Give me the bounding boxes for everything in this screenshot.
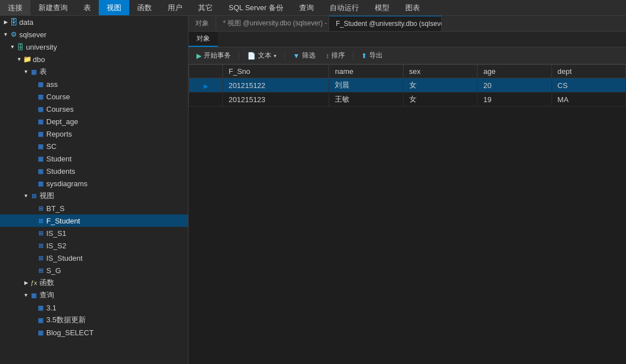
cell-sex-0: 女 <box>403 78 477 93</box>
tree-label-sysdiagrams: sysdiagrams <box>46 179 87 188</box>
tree-item-s_g[interactable]: ⊞S_G <box>0 264 188 277</box>
begin-tx-button[interactable]: ▶开始事务 <box>192 49 235 62</box>
tree-item-queries-node[interactable]: ▼▦查询 <box>0 289 188 301</box>
menu-item-自动运行[interactable]: 自动运行 <box>322 0 367 15</box>
tree-item-f_student[interactable]: ⊞F_Student <box>0 214 188 227</box>
menu-item-表[interactable]: 表 <box>76 0 99 15</box>
toolbar-sep-1 <box>239 51 239 61</box>
tree-item-tables-node[interactable]: ▼▦表 <box>0 65 188 78</box>
col-header-F_Sno: F_Sno <box>223 65 329 78</box>
tree-item-q35[interactable]: ▦3.5数据更新 <box>0 314 188 326</box>
menu-bar: 连接新建查询表视图函数用户其它SQL Server 备份查询自动运行模型图表 <box>0 0 626 16</box>
text-button[interactable]: 📄文本▾ <box>243 49 281 62</box>
col-header-dept: dept <box>551 65 625 78</box>
tree-arrow-sqlsever[interactable]: ▼ <box>2 32 9 37</box>
menu-item-查询[interactable]: 查询 <box>291 0 322 15</box>
col-header-arrow <box>189 65 223 78</box>
tree-item-sqlsever[interactable]: ▼⚙sqlsever <box>0 28 188 41</box>
menu-item-图表[interactable]: 图表 <box>397 0 428 15</box>
toolbar-sep-2 <box>284 51 285 61</box>
tree-icon-student: ▦ <box>36 154 45 163</box>
tab-object[interactable]: 对象 <box>189 32 218 47</box>
tree-icon-courses: ▦ <box>36 104 45 113</box>
row-arrow-0: ▶ <box>189 78 223 93</box>
tree-icon-reports: ▦ <box>36 129 45 138</box>
tree-item-bt_s[interactable]: ⊞BT_S <box>0 202 188 214</box>
sort-button[interactable]: ↕排序 <box>321 49 349 62</box>
tree-arrow-data[interactable]: ▶ <box>2 19 9 25</box>
cell-F_Sno-1: 201215123 <box>223 93 329 107</box>
tree-item-dbo[interactable]: ▼📁dbo <box>0 53 188 65</box>
tree-item-blog[interactable]: ▦Blog_SELECT <box>0 326 188 339</box>
tree-item-sysdiagrams[interactable]: ▦sysdiagrams <box>0 177 188 190</box>
menu-item-新建查询[interactable]: 新建查询 <box>30 0 76 15</box>
cell-dept-0: CS <box>551 78 625 93</box>
tree-label-sqlsever: sqlsever <box>19 30 46 39</box>
tree-item-reports[interactable]: ▦Reports <box>0 128 188 140</box>
content-tab-对象[interactable]: 对象 <box>189 16 216 31</box>
filter-button[interactable]: ▼筛选 <box>288 49 320 62</box>
tree-label-students: Students <box>46 167 75 176</box>
tree-label-f_student: F_Student <box>46 217 80 225</box>
col-header-name: name <box>329 65 403 78</box>
content-area: 对象* 视图 @university.dbo (sqlsever) - ...F… <box>189 16 626 364</box>
row-arrow-1 <box>189 93 223 107</box>
tree-icon-q35: ▦ <box>36 315 45 324</box>
tree-icon-university: 🗄 <box>16 42 25 51</box>
table-row[interactable]: 201215123王敏女19MA <box>189 93 626 107</box>
tree-item-sc[interactable]: ▦SC <box>0 140 188 152</box>
tree-item-data[interactable]: ▶🗄data <box>0 16 188 28</box>
cell-age-1: 19 <box>478 93 551 107</box>
cell-name-0: 刘晨 <box>329 78 403 93</box>
object-tab-bar: 对象 <box>189 32 626 47</box>
tree-icon-dept_age: ▦ <box>36 117 45 126</box>
tree-icon-blog: ▦ <box>36 328 45 337</box>
tree-item-is_s1[interactable]: ⊞IS_S1 <box>0 227 188 239</box>
export-button[interactable]: ⬆导出 <box>357 49 387 62</box>
table-header-row: F_Snonamesexagedept <box>189 65 626 78</box>
tree-arrow-university[interactable]: ▼ <box>9 44 16 50</box>
menu-item-SQL Server 备份[interactable]: SQL Server 备份 <box>221 0 291 15</box>
tree-item-student[interactable]: ▦Student <box>0 152 188 165</box>
tree-item-courses[interactable]: ▦Courses <box>0 103 188 115</box>
tree-label-blog: Blog_SELECT <box>46 328 94 337</box>
table-row[interactable]: ▶201215122刘晨女20CS <box>189 78 626 93</box>
menu-item-函数[interactable]: 函数 <box>129 0 160 15</box>
tree-item-ass[interactable]: ▦ass <box>0 78 188 90</box>
tree-icon-ass: ▦ <box>36 80 45 89</box>
play-icon: ▶ <box>196 52 202 60</box>
menu-item-模型[interactable]: 模型 <box>367 0 397 15</box>
tree-icon-funcs-node: ƒx <box>29 278 38 287</box>
tree-arrow-queries-node[interactable]: ▼ <box>23 292 29 298</box>
filter-icon: ▼ <box>293 52 300 60</box>
tree-item-is_s2[interactable]: ⊞IS_S2 <box>0 239 188 252</box>
tree-label-dept_age: Dept_age <box>46 117 78 126</box>
content-tab-F_Student-@universit[interactable]: F_Student @university.dbo (sqlsever... <box>329 16 442 31</box>
menu-item-视图[interactable]: 视图 <box>99 0 129 15</box>
tree-label-views-node: 视图 <box>40 191 54 201</box>
tree-label-is_student: IS_Student <box>46 254 82 262</box>
tree-arrow-views-node[interactable]: ▼ <box>23 193 29 199</box>
data-grid: F_Snonamesexagedept ▶201215122刘晨女20CS201… <box>189 64 626 364</box>
tree-item-dept_age[interactable]: ▦Dept_age <box>0 115 188 128</box>
menu-item-用户[interactable]: 用户 <box>160 0 190 15</box>
tree-label-is_s2: IS_S2 <box>46 242 66 250</box>
tree-item-course[interactable]: ▦Course <box>0 90 188 103</box>
tree-item-students[interactable]: ▦Students <box>0 165 188 177</box>
cell-F_Sno-0: 201215122 <box>223 78 329 93</box>
tree-arrow-funcs-node[interactable]: ▶ <box>23 280 29 286</box>
tree-item-is_student[interactable]: ⊞IS_Student <box>0 252 188 264</box>
col-header-age: age <box>478 65 551 78</box>
tree-arrow-tables-node[interactable]: ▼ <box>23 69 29 74</box>
menu-item-其它[interactable]: 其它 <box>190 0 221 15</box>
menu-item-连接[interactable]: 连接 <box>0 0 30 15</box>
tree-item-university[interactable]: ▼🗄university <box>0 41 188 53</box>
tree-item-views-node[interactable]: ▼⊞视图 <box>0 190 188 202</box>
tree-icon-is_student: ⊞ <box>36 253 45 262</box>
tree-item-funcs-node[interactable]: ▶ƒx函数 <box>0 277 188 289</box>
tree-icon-course: ▦ <box>36 92 45 101</box>
tree-arrow-dbo[interactable]: ▼ <box>16 56 23 62</box>
tree-item-q31[interactable]: ▦3.1 <box>0 301 188 314</box>
content-tab-*-视图-@university.dbo[interactable]: * 视图 @university.dbo (sqlsever) - ... <box>216 16 329 31</box>
tree-icon-dbo: 📁 <box>23 55 32 64</box>
